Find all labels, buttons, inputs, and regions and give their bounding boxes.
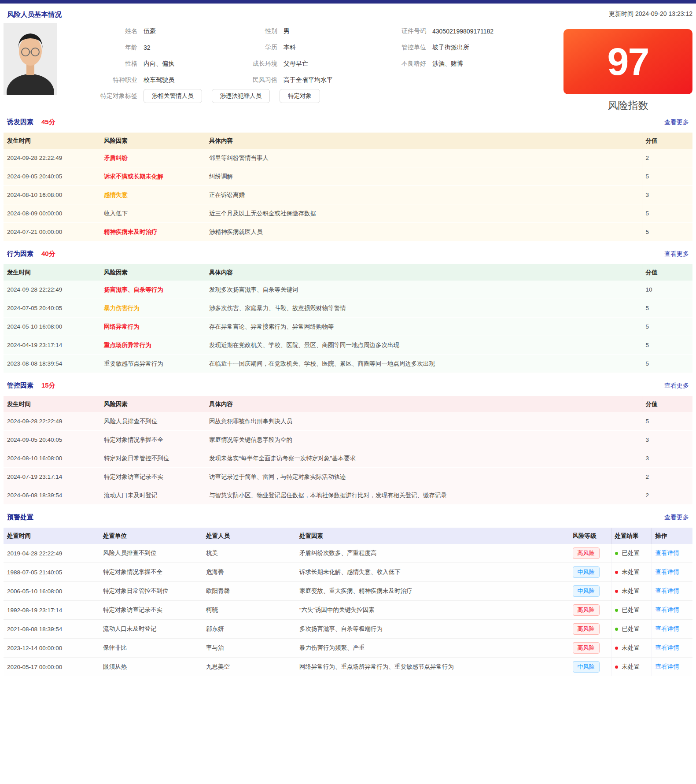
view-more-link[interactable]: 查看更多	[664, 382, 689, 390]
column-header: 风险因素	[100, 396, 206, 412]
disposal-result-status: 已处置	[615, 625, 640, 633]
disposal-result-text: 已处置	[622, 549, 640, 557]
cell-disposal-unit: 特定对象日常管控不到位	[99, 582, 203, 601]
cell-score: 3	[642, 186, 692, 204]
cell-disposal-result: 未处置	[611, 639, 652, 658]
cell-detail: 发现多次扬言滋事、自杀等关键词	[206, 281, 642, 299]
cell-detail: 在临近十一国庆期间，在党政机关、学校、医院、景区、商圈等同一地点周边多次出现	[206, 355, 642, 373]
factor-table: 发生时间风险因素具体内容分值2024-09-28 22:22:49风险人员排查不…	[4, 396, 692, 504]
disposal-row: 2021-08-08 18:39:54流动人口未及时登记郈东妍多次扬言滋事、自杀…	[4, 620, 692, 639]
field-label: 管控单位	[356, 44, 426, 52]
field-label: 特种职业	[57, 76, 137, 84]
disposal-result-status: 未处置	[615, 663, 640, 671]
section-score: 15分	[41, 381, 55, 390]
cell-occur-time: 2024-08-09 00:00:00	[4, 204, 100, 223]
field-label: 不良嗜好	[356, 60, 426, 68]
view-detail-link[interactable]: 查看详情	[655, 663, 679, 670]
field-value: 涉酒、赌博	[432, 60, 463, 68]
update-time: 更新时间 2024-09-20 13:23:12	[609, 10, 692, 18]
special-object-tags-row: 特定对象标签 涉相关警情人员涉违法犯罪人员特定对象	[57, 89, 320, 103]
cell-occur-time: 2024-09-28 22:22:49	[4, 149, 100, 167]
view-detail-link[interactable]: 查看详情	[655, 625, 679, 632]
cell-risk-level: 高风险	[569, 601, 611, 620]
cell-disposal-person: 郈东妍	[203, 620, 296, 639]
cell-action: 查看详情	[652, 601, 692, 620]
cell-disposal-result: 已处置	[611, 601, 652, 620]
cell-action: 查看详情	[652, 639, 692, 658]
view-detail-link[interactable]: 查看详情	[655, 588, 679, 594]
view-more-link[interactable]: 查看更多	[664, 250, 689, 258]
profile-field: 性格内向、偏执	[57, 55, 174, 72]
cell-action: 查看详情	[652, 563, 692, 582]
section-control: 管控因素15分查看更多发生时间风险因素具体内容分值2024-09-28 22:2…	[4, 381, 692, 504]
view-detail-link[interactable]: 查看详情	[655, 569, 679, 575]
update-time-value: 2024-09-20 13:23:12	[635, 10, 692, 17]
cell-risk-factor: 扬言滋事、自杀等行为	[100, 281, 206, 299]
status-dot-icon	[615, 628, 618, 631]
factor-table-header-row: 发生时间风险因素具体内容分值	[4, 133, 692, 149]
disposal-section-wrap: 预警处置查看更多处置时间处置单位处置人员处置因素风险等级处置结果操作2019-0…	[4, 513, 692, 676]
cell-risk-level: 中风险	[569, 658, 611, 677]
cell-detail: 存在异常言论、异常搜索行为、异常网络购物等	[206, 318, 642, 336]
factor-row: 2024-09-05 20:40:05诉求不满或长期未化解纠纷调解5	[4, 167, 692, 186]
cell-risk-factor: 收入低下	[100, 204, 206, 223]
column-header: 处置时间	[4, 528, 99, 544]
risk-level-badge: 高风险	[573, 623, 600, 635]
field-value: 高于全省平均水平	[284, 76, 333, 84]
status-dot-icon	[615, 571, 618, 574]
cell-detail: 涉多次伤害、家庭暴力、斗殴、故意损毁财物等警情	[206, 299, 642, 318]
view-detail-link[interactable]: 查看详情	[655, 606, 679, 613]
section-header: 管控因素15分查看更多	[7, 381, 689, 390]
profile-column: 性别男学历本科成长环境父母早亡民风习俗高于全省平均水平	[207, 23, 333, 88]
cell-disposal-person: 柯晓	[203, 601, 296, 620]
section-header: 行为因素40分查看更多	[7, 250, 689, 258]
disposal-result-text: 未处置	[622, 568, 640, 576]
cell-score: 10	[642, 281, 692, 299]
field-label: 年龄	[57, 44, 137, 52]
column-header: 风险因素	[100, 264, 206, 281]
factor-row: 2024-08-10 16:08:00感情失意正在诉讼离婚3	[4, 186, 692, 204]
risk-level-badge: 中风险	[573, 566, 600, 578]
profile-field: 成长环境父母早亡	[207, 55, 333, 72]
cell-score: 5	[642, 204, 692, 223]
disposal-result-status: 已处置	[615, 549, 640, 557]
disposal-result-text: 已处置	[622, 625, 640, 633]
risk-level-badge: 高风险	[573, 642, 600, 654]
column-header: 处置结果	[611, 528, 652, 544]
factor-row: 2024-05-10 16:08:00网络异常行为存在异常言论、异常搜索行为、异…	[4, 318, 692, 336]
factor-row: 2024-09-28 22:22:49扬言滋事、自杀等行为发现多次扬言滋事、自杀…	[4, 281, 692, 299]
cell-disposal-time: 1992-08-19 23:17:14	[4, 601, 99, 620]
cell-occur-time: 2024-06-08 18:39:54	[4, 486, 100, 505]
view-more-link[interactable]: 查看更多	[664, 118, 689, 126]
cell-disposal-factor: 矛盾纠纷次数多、严重程度高	[296, 544, 569, 563]
cell-action: 查看详情	[652, 582, 692, 601]
field-value: 伍豪	[144, 27, 156, 35]
section-header: 诱发因素45分查看更多	[7, 118, 689, 126]
section-disposal: 预警处置查看更多处置时间处置单位处置人员处置因素风险等级处置结果操作2019-0…	[4, 513, 692, 676]
view-detail-link[interactable]: 查看详情	[655, 550, 679, 556]
factor-row: 2024-09-28 22:22:49风险人员排查不到位因故意犯罪被作出刑事判决…	[4, 412, 692, 431]
risk-level-badge: 中风险	[573, 661, 600, 673]
column-header: 具体内容	[206, 396, 642, 412]
cell-risk-factor: 流动人口未及时登记	[100, 486, 206, 505]
column-header: 处置因素	[296, 528, 569, 544]
column-header: 分值	[642, 264, 692, 281]
factor-row: 2024-07-21 00:00:00精神疾病未及时治疗涉精神疾病就医人员5	[4, 223, 692, 241]
view-detail-link[interactable]: 查看详情	[655, 644, 679, 651]
profile-column: 姓名伍豪年龄32性格内向、偏执特种职业校车驾驶员	[57, 23, 174, 88]
column-header: 发生时间	[4, 396, 100, 412]
field-value: 430502199809171182	[432, 28, 493, 35]
cell-disposal-unit: 保律非比	[99, 639, 203, 658]
cell-risk-factor: 感情失意	[100, 186, 206, 204]
section-induce: 诱发因素45分查看更多发生时间风险因素具体内容分值2024-09-28 22:2…	[4, 118, 692, 241]
cell-detail: 近三个月及以上无公积金或社保缴存数据	[206, 204, 642, 223]
factor-row: 2024-09-05 20:40:05特定对象情况掌握不全家庭情况等关键信息字段…	[4, 431, 692, 449]
field-label: 姓名	[57, 27, 137, 35]
cell-occur-time: 2024-09-28 22:22:49	[4, 412, 100, 431]
disposal-result-text: 未处置	[622, 663, 640, 671]
cell-risk-level: 中风险	[569, 563, 611, 582]
profile-field: 特种职业校车驾驶员	[57, 72, 174, 88]
cell-detail: 因故意犯罪被作出刑事判决人员	[206, 412, 642, 431]
view-more-link[interactable]: 查看更多	[664, 514, 689, 521]
cell-disposal-result: 未处置	[611, 582, 652, 601]
